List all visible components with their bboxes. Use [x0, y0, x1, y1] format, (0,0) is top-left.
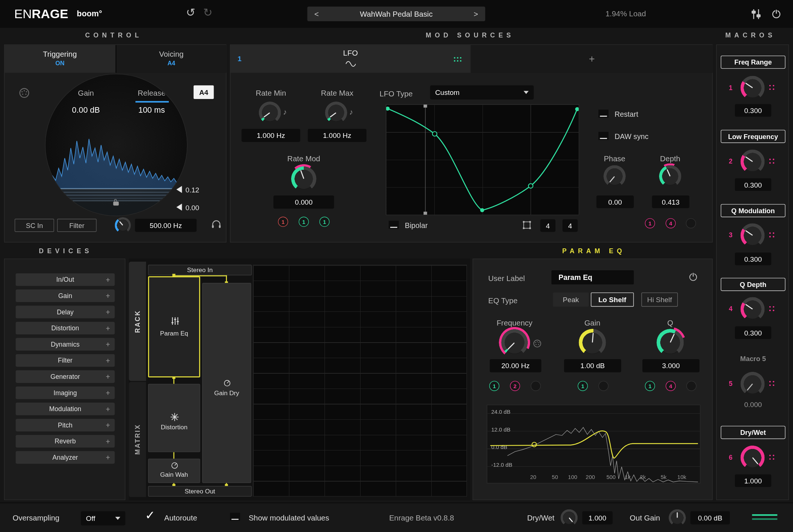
midi-icon[interactable]	[533, 339, 542, 348]
macro-5-label[interactable]: Macro 5	[721, 352, 785, 365]
rate-mod-value[interactable]: 0.000	[273, 195, 334, 208]
macro-2-value[interactable]: 0.300	[735, 178, 771, 191]
add-icon[interactable]: +	[106, 453, 110, 462]
add-icon[interactable]: +	[106, 437, 110, 446]
macro-3-label[interactable]: Q Modulation	[721, 204, 785, 217]
device-category-dynamics[interactable]: Dynamics+	[16, 338, 115, 351]
macro-1-value[interactable]: 0.300	[735, 104, 771, 117]
mod-slot[interactable]: 1	[578, 381, 588, 391]
add-icon[interactable]: +	[106, 308, 110, 316]
add-icon[interactable]: +	[106, 340, 110, 348]
stereo-out-node[interactable]: Stereo Out	[148, 486, 251, 497]
macro-5-knob[interactable]	[743, 374, 763, 394]
release-slider-indicator[interactable]	[135, 101, 169, 103]
drag-handle-icon[interactable]	[769, 85, 771, 86]
oversampling-select[interactable]: Off	[81, 511, 125, 525]
mod-slot[interactable]: 1	[278, 217, 288, 227]
mod-slot[interactable]: 1	[645, 381, 655, 391]
eq-type-lo-shelf[interactable]: Lo Shelf	[591, 293, 634, 307]
device-category-modulation[interactable]: Modulation+	[16, 403, 115, 415]
threshold-marker-high[interactable]	[177, 186, 182, 193]
macro-2-label[interactable]: Low Frequency	[721, 130, 785, 143]
drag-handle-icon[interactable]	[769, 232, 771, 234]
threshold-marker-low[interactable]	[177, 204, 182, 211]
settings-icon[interactable]	[750, 8, 762, 20]
dry-wet-value[interactable]: 1.000	[582, 511, 613, 524]
add-icon[interactable]: +	[106, 389, 110, 397]
rate-max-knob[interactable]	[327, 103, 345, 122]
device-category-imaging[interactable]: Imaging+	[16, 386, 115, 399]
undo-icon[interactable]: ↺	[186, 6, 195, 19]
envelope-display[interactable]: Gain Release 0.00 dB 100 ms	[45, 74, 187, 216]
rack-device-gain-dry[interactable]: Gain Dry	[202, 283, 251, 483]
macro-2-knob[interactable]	[743, 152, 763, 172]
tab-triggering[interactable]: Triggering ON	[4, 45, 115, 73]
device-power-icon[interactable]	[688, 271, 699, 282]
rate-min-knob[interactable]	[261, 103, 279, 122]
rack-device-gain-wah[interactable]: Gain Wah	[148, 459, 200, 483]
mod-slot[interactable]: 1	[645, 218, 655, 228]
macro-1-label[interactable]: Freq Range	[721, 56, 785, 69]
device-category-filter[interactable]: Filter+	[16, 354, 115, 367]
phase-value[interactable]: 0.00	[596, 195, 634, 208]
rate-mod-knob[interactable]	[293, 168, 314, 189]
daw-sync-checkbox[interactable]	[598, 132, 608, 140]
depth-value[interactable]: 0.413	[652, 195, 690, 208]
mod-slot-empty[interactable]	[531, 381, 541, 391]
q-value[interactable]: 3.000	[642, 359, 700, 372]
mod-slot[interactable]: 1	[299, 217, 309, 227]
grid-snap-icon[interactable]	[522, 220, 532, 230]
device-category-generator[interactable]: Generator+	[16, 370, 115, 383]
grid-y-value[interactable]: 4	[563, 219, 578, 232]
device-category-gain[interactable]: Gain+	[16, 290, 115, 302]
preset-name[interactable]: WahWah Pedal Basic	[326, 10, 467, 18]
tab-voicing[interactable]: Voicing A4	[116, 45, 226, 73]
mod-slot[interactable]: 2	[510, 381, 520, 391]
eq-response-graph[interactable]: 24.0 dB 12.0 dB 0.0 dB -12.0 dB 20 50 10…	[487, 404, 700, 483]
preset-bar[interactable]: < WahWah Pedal Basic >	[307, 7, 485, 22]
redo-icon[interactable]: ↻	[203, 6, 213, 19]
add-icon[interactable]: +	[106, 324, 110, 332]
mod-slot[interactable]: 1	[489, 381, 499, 391]
frequency-knob[interactable]	[503, 331, 526, 354]
out-gain-value[interactable]: 0.00 dB	[690, 511, 730, 524]
device-category-reverb[interactable]: Reverb+	[16, 435, 115, 447]
note-sync-icon[interactable]: ♪	[283, 108, 287, 116]
mod-matrix-grid[interactable]	[253, 265, 467, 496]
depth-knob[interactable]	[661, 167, 679, 185]
eq-gain-knob[interactable]	[581, 331, 604, 354]
device-category-in-out[interactable]: In/Out+	[16, 273, 115, 286]
device-category-analyzer[interactable]: Analyzer+	[16, 451, 115, 464]
macro-1-knob[interactable]	[743, 78, 763, 98]
lfo-type-select[interactable]: Custom	[430, 85, 534, 99]
preset-next-button[interactable]: >	[467, 10, 485, 18]
phase-knob[interactable]	[605, 167, 623, 185]
eq-gain-value[interactable]: 1.00 dB	[564, 359, 621, 372]
gain-value[interactable]: 0.00 dB	[56, 106, 116, 115]
midi-icon[interactable]	[19, 87, 30, 99]
tab-add-mod-source[interactable]: +	[471, 45, 713, 73]
device-category-delay[interactable]: Delay+	[16, 305, 115, 318]
bipolar-checkbox[interactable]	[389, 221, 399, 229]
rack-device-distortion[interactable]: Distortion	[148, 384, 200, 452]
eq-type-hi-shelf[interactable]: Hi Shelf	[641, 293, 678, 307]
drag-handle-icon[interactable]	[769, 455, 771, 456]
release-value[interactable]: 100 ms	[121, 106, 182, 115]
macro-4-label[interactable]: Q Depth	[721, 278, 785, 291]
mod-slot-empty[interactable]	[598, 381, 608, 391]
add-icon[interactable]: +	[106, 404, 110, 413]
headphones-icon[interactable]	[211, 218, 222, 229]
rate-min-value[interactable]: 1.000 Hz	[241, 129, 300, 142]
macro-5-value[interactable]: 0.000	[735, 401, 771, 409]
macro-6-value[interactable]: 1.000	[735, 475, 771, 487]
power-icon[interactable]	[771, 8, 782, 19]
preset-prev-button[interactable]: <	[307, 10, 326, 18]
filter-freq-value[interactable]: 500.00 Hz	[135, 219, 197, 232]
mod-slot[interactable]: 4	[666, 218, 676, 228]
tab-lfo[interactable]: 1 LFO	[230, 45, 470, 73]
drag-handle-icon[interactable]	[769, 306, 771, 308]
sc-in-button[interactable]: SC In	[15, 219, 54, 232]
device-category-pitch[interactable]: Pitch+	[16, 419, 115, 432]
mod-slot[interactable]: 4	[666, 381, 676, 391]
rate-max-value[interactable]: 1.000 Hz	[308, 129, 366, 142]
